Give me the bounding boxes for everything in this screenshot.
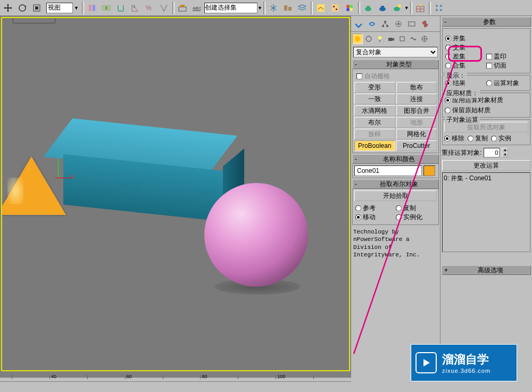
svg-rect-15 — [317, 4, 325, 12]
abc-icon[interactable]: ABC — [190, 1, 204, 15]
start-pick-button[interactable]: 开始拾取 — [354, 190, 437, 201]
svg-rect-16 — [331, 4, 339, 12]
merge-radio[interactable] — [445, 63, 451, 69]
cookie-checkbox[interactable] — [486, 63, 492, 69]
advanced-header[interactable]: + 高级选项 — [442, 265, 531, 275]
list-item[interactable]: 0: 并集 - Cone01 — [444, 174, 529, 183]
modify-tab-icon[interactable] — [365, 18, 378, 30]
imprint-checkbox[interactable] — [486, 54, 492, 60]
selection-set-dropdown[interactable] — [204, 3, 257, 13]
systems-tab-icon[interactable] — [419, 34, 430, 44]
create-tab-icon[interactable] — [352, 18, 365, 30]
cameras-tab-icon[interactable] — [386, 34, 396, 44]
object-color-swatch[interactable] — [423, 165, 435, 176]
svg-rect-13 — [284, 5, 287, 11]
mirror-icon[interactable] — [267, 1, 280, 15]
lights-tab-icon[interactable] — [375, 34, 385, 44]
mesher-button[interactable]: 网格化 — [396, 129, 437, 139]
reorder-spinner[interactable] — [484, 148, 500, 157]
inst-so-radio[interactable] — [491, 136, 497, 141]
align-icon[interactable] — [281, 1, 295, 15]
render-frame-icon[interactable] — [376, 1, 389, 15]
loft-button[interactable]: 放样 — [354, 129, 395, 139]
tool-icon-2[interactable] — [99, 1, 113, 15]
spinner-down-icon[interactable]: ▼ — [502, 153, 508, 157]
shapes-tab-icon[interactable] — [363, 34, 374, 44]
view-dropdown[interactable]: ▼ — [44, 2, 81, 14]
named-sel-icon[interactable] — [176, 1, 189, 15]
proboolean-button[interactable]: ProBoolean — [354, 140, 395, 151]
pick-boolean-header[interactable]: - 拾取布尔对象 — [352, 179, 439, 189]
grid-icon[interactable] — [413, 1, 427, 15]
copy-radio[interactable] — [396, 205, 402, 211]
schematic-icon[interactable] — [328, 1, 342, 15]
name-color-header[interactable]: - 名称和颜色 — [352, 154, 439, 164]
reference-radio[interactable] — [355, 205, 361, 211]
retain-orig-radio[interactable] — [445, 107, 451, 113]
svg-point-27 — [394, 7, 400, 11]
misc-icon[interactable] — [432, 1, 446, 15]
utilities-tab-icon[interactable] — [419, 18, 431, 30]
terrain-button[interactable]: 地形 — [396, 117, 437, 128]
operation-group: 并集 交集 差集 盖印 合集 切面 — [442, 28, 530, 73]
scatter-button[interactable]: 散布 — [396, 82, 437, 93]
watermark: 溜溜自学 zixue.3d66.com — [411, 344, 517, 381]
svg-point-35 — [436, 9, 438, 11]
parameters-panel: - 参数 并集 交集 差集 盖印 合集 切面 显示： — [440, 16, 532, 378]
procutter-button[interactable]: ProCutter — [396, 140, 437, 151]
blobmesh-button[interactable]: 水滴网格 — [354, 105, 395, 116]
view-input[interactable] — [46, 3, 73, 13]
quick-render-icon[interactable] — [390, 1, 404, 15]
display-tab-icon[interactable] — [405, 18, 418, 30]
transform-gizmo[interactable]: x — [55, 167, 77, 188]
object-category-dropdown[interactable]: 复合对象 — [353, 47, 438, 57]
result-radio[interactable] — [445, 80, 451, 86]
layer-icon[interactable] — [295, 1, 309, 15]
move-radio[interactable] — [355, 214, 361, 220]
subobj-group: 子对象运算 提取所选对象 移除 复制 实例 — [442, 119, 530, 145]
conform-button[interactable]: 一致 — [354, 94, 395, 104]
object-type-header[interactable]: - 对象类型 — [352, 60, 439, 69]
helpers-tab-icon[interactable] — [397, 34, 408, 44]
svg-rect-49 — [388, 38, 393, 41]
geometry-tab-icon[interactable] — [352, 34, 363, 44]
union-radio[interactable] — [445, 36, 451, 41]
percent-snap-icon[interactable]: % — [143, 1, 156, 15]
operands-list[interactable]: 0: 并集 - Cone01 — [442, 172, 530, 252]
connect-button[interactable]: 连接 — [396, 94, 437, 104]
instance-radio[interactable] — [396, 214, 402, 220]
box-object[interactable] — [53, 131, 228, 224]
svg-point-47 — [378, 36, 381, 39]
angle-snap-icon[interactable]: 3 — [128, 1, 142, 15]
copy-so-radio[interactable] — [468, 136, 473, 141]
spinner-snap-icon[interactable] — [157, 1, 171, 15]
object-name-input[interactable] — [354, 165, 422, 176]
svg-text:3: 3 — [133, 4, 136, 9]
intersection-radio[interactable] — [445, 45, 451, 51]
material-editor-icon[interactable] — [343, 1, 356, 15]
operands-radio[interactable] — [486, 80, 492, 86]
curve-editor-icon[interactable] — [314, 1, 328, 15]
collapse-icon: - — [355, 180, 357, 188]
hierarchy-tab-icon[interactable] — [379, 18, 392, 30]
morph-button[interactable]: 变形 — [354, 82, 395, 93]
params-header[interactable]: - 参数 — [442, 17, 531, 27]
change-operation-button[interactable]: 更改运算 — [442, 160, 530, 171]
spinner-up-icon[interactable]: ▲ — [502, 148, 508, 153]
rotate-tool-icon[interactable] — [15, 1, 29, 15]
boolean-button[interactable]: 布尔 — [354, 117, 395, 128]
snap-toggle-icon[interactable] — [114, 1, 128, 15]
sphere-object[interactable] — [204, 183, 308, 287]
spacewarps-tab-icon[interactable] — [408, 34, 419, 44]
remove-radio[interactable] — [444, 136, 450, 141]
motion-tab-icon[interactable] — [392, 18, 405, 30]
shapemerge-button[interactable]: 图形合并 — [396, 105, 437, 116]
tool-icon-1[interactable] — [85, 1, 99, 15]
svg-point-6 — [105, 6, 108, 10]
viewport[interactable]: x — [1, 17, 350, 371]
render-setup-icon[interactable] — [361, 1, 375, 15]
move-tool-icon[interactable] — [1, 1, 15, 15]
scale-tool-icon[interactable] — [30, 1, 44, 15]
subtraction-radio[interactable] — [445, 54, 451, 60]
apply-operand-radio[interactable] — [445, 97, 451, 103]
